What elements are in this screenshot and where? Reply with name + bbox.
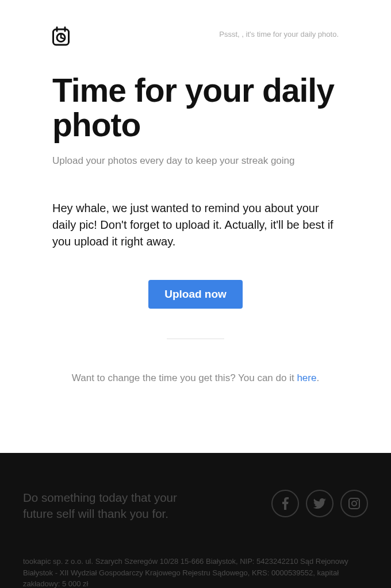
svg-point-6 <box>356 499 358 501</box>
instagram-icon[interactable] <box>340 490 368 517</box>
social-links <box>271 490 368 517</box>
footer-tagline: Do something today that your future self… <box>23 490 207 522</box>
change-time-prefix: Want to change the time you get this? Yo… <box>72 372 297 383</box>
svg-rect-4 <box>349 498 359 509</box>
button-wrap: Upload now <box>52 280 339 309</box>
change-time-link[interactable]: here <box>297 372 316 383</box>
footer-top: Do something today that your future self… <box>23 490 368 522</box>
svg-point-5 <box>352 501 356 506</box>
header-row: Pssst, , it's time for your daily photo. <box>52 26 339 46</box>
logo-icon <box>52 26 70 46</box>
change-time-text: Want to change the time you get this? Yo… <box>52 372 339 384</box>
body-text: Hey whale, we just wanted to remind you … <box>52 200 339 250</box>
legal-text: tookapic sp. z o.o. ul. Szarych Szeregów… <box>23 556 368 588</box>
facebook-icon[interactable] <box>271 490 299 517</box>
page-subtitle: Upload your photos every day to keep you… <box>52 155 339 167</box>
page-title: Time for your daily photo <box>52 74 339 143</box>
change-time-suffix: . <box>316 372 319 383</box>
upload-now-button[interactable]: Upload now <box>148 280 243 309</box>
divider <box>167 339 224 339</box>
preview-text: Pssst, , it's time for your daily photo. <box>219 30 339 39</box>
footer: Do something today that your future self… <box>0 453 391 588</box>
twitter-icon[interactable] <box>306 490 334 517</box>
